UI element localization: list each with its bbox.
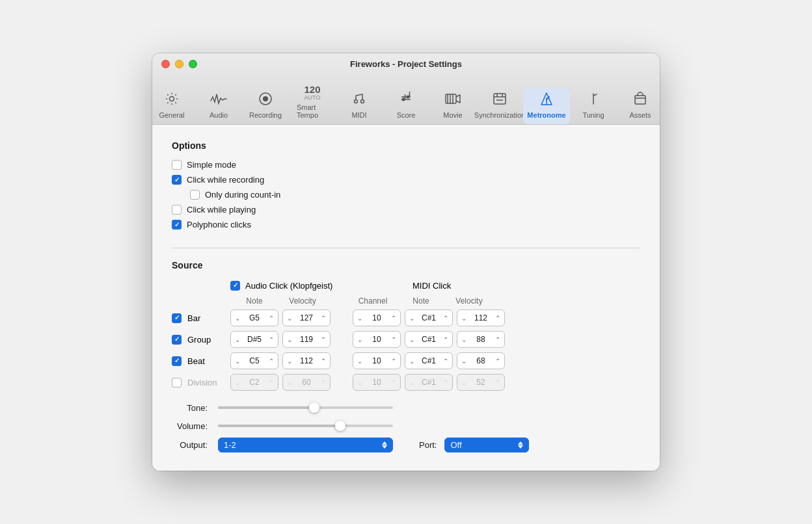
- output-arrow-up: [382, 441, 387, 445]
- tab-tuning[interactable]: Tuning: [570, 88, 617, 124]
- beat-midi-channel-down[interactable]: ⌄: [353, 353, 366, 369]
- tab-assets[interactable]: Assets: [617, 88, 660, 124]
- bar-checkbox[interactable]: [172, 313, 182, 323]
- group-midi-channel-down[interactable]: ⌄: [353, 332, 366, 347]
- bar-midi-velocity-down[interactable]: ⌄: [457, 310, 470, 326]
- smart-tempo-icon: 120 AUTO: [304, 85, 320, 101]
- division-checkbox[interactable]: [172, 378, 182, 387]
- beat-midi-velocity-stepper[interactable]: ⌄ 68 ⌃: [457, 352, 505, 369]
- group-audio-velocity-stepper[interactable]: ⌄ 119 ⌃: [282, 331, 331, 348]
- group-midi-velocity-up[interactable]: ⌃: [491, 332, 504, 347]
- tab-metronome-label: Metronome: [527, 111, 565, 119]
- group-midi-note-val: C#1: [418, 335, 439, 344]
- division-midi-channel-down: ⌄: [353, 374, 366, 390]
- port-select[interactable]: Off: [444, 438, 529, 452]
- tab-synchronization[interactable]: Synchronization: [476, 88, 523, 124]
- division-row: Division ⌄ C2 ⌃ ⌄ 60 ⌃ ⌄ 10 ⌃: [172, 374, 640, 391]
- beat-midi-velocity-val: 68: [470, 356, 491, 365]
- tab-score[interactable]: Score: [383, 88, 429, 124]
- division-midi-velocity-val: 52: [470, 378, 491, 387]
- bar-midi-note-down[interactable]: ⌄: [405, 310, 418, 326]
- click-recording-checkbox[interactable]: [172, 175, 182, 185]
- bar-audio-note-stepper[interactable]: ⌄ G5 ⌃: [230, 309, 278, 326]
- bar-audio-velocity-down[interactable]: ⌄: [283, 310, 296, 326]
- group-audio-velocity-up[interactable]: ⌃: [317, 332, 330, 347]
- bar-midi-channel-down[interactable]: ⌄: [353, 310, 366, 326]
- beat-audio-note-up[interactable]: ⌃: [265, 353, 278, 369]
- division-audio-velocity-up: ⌃: [317, 374, 330, 390]
- tuning-icon: [586, 92, 601, 109]
- bar-midi-note-up[interactable]: ⌃: [439, 310, 452, 326]
- simple-mode-checkbox[interactable]: [172, 160, 182, 170]
- polyphonic-checkbox[interactable]: [172, 220, 182, 229]
- group-midi-channel-stepper[interactable]: ⌄ 10 ⌃: [353, 331, 401, 348]
- tab-smart-tempo-label: Smart Tempo: [297, 103, 328, 119]
- tab-movie[interactable]: Movie: [429, 88, 476, 124]
- beat-audio-note-down[interactable]: ⌄: [231, 353, 244, 369]
- content-area: Options Simple mode Click while recordin…: [152, 125, 660, 471]
- beat-midi-note-stepper[interactable]: ⌄ C#1 ⌃: [405, 352, 453, 369]
- bar-midi-velocity-val: 112: [470, 313, 491, 322]
- beat-audio-note-val: C5: [244, 356, 265, 365]
- beat-midi-channel-up[interactable]: ⌃: [387, 353, 400, 369]
- tab-smart-tempo[interactable]: 120 AUTO Smart Tempo: [289, 81, 336, 125]
- group-midi-velocity-stepper[interactable]: ⌄ 88 ⌃: [457, 331, 505, 348]
- options-section: Options Simple mode Click while recordin…: [172, 140, 640, 229]
- beat-checkbox[interactable]: [172, 356, 182, 366]
- group-midi-note-up[interactable]: ⌃: [439, 332, 452, 347]
- group-audio-velocity-down[interactable]: ⌄: [283, 332, 296, 347]
- tab-audio[interactable]: Audio: [195, 88, 242, 124]
- bar-audio-velocity-stepper[interactable]: ⌄ 127 ⌃: [282, 309, 331, 326]
- division-audio-note-stepper: ⌄ C2 ⌃: [230, 374, 278, 391]
- group-checkbox[interactable]: [172, 335, 182, 345]
- bar-audio-note-down[interactable]: ⌄: [231, 310, 244, 326]
- bar-audio-note-up[interactable]: ⌃: [265, 310, 278, 326]
- close-button[interactable]: [161, 60, 170, 68]
- group-row: Group ⌄ D#5 ⌃ ⌄ 119 ⌃ ⌄ 10 ⌃: [172, 331, 640, 348]
- beat-midi-channel-stepper[interactable]: ⌄ 10 ⌃: [353, 352, 401, 369]
- maximize-button[interactable]: [189, 60, 197, 68]
- beat-audio-velocity-down[interactable]: ⌄: [283, 353, 296, 369]
- group-midi-velocity-down[interactable]: ⌄: [457, 332, 470, 347]
- beat-audio-velocity-up[interactable]: ⌃: [317, 353, 330, 369]
- tab-metronome[interactable]: Metronome: [523, 88, 570, 124]
- volume-slider-thumb[interactable]: [335, 421, 345, 431]
- tone-slider-thumb[interactable]: [309, 402, 319, 413]
- output-select[interactable]: 1-2: [218, 438, 393, 452]
- col-velocity-midi: Velocity: [445, 296, 493, 306]
- audio-click-checkbox[interactable]: [230, 281, 240, 291]
- group-midi-note-stepper[interactable]: ⌄ C#1 ⌃: [405, 331, 453, 348]
- beat-midi-velocity-down[interactable]: ⌄: [457, 353, 470, 369]
- tab-midi[interactable]: MIDI: [336, 88, 383, 124]
- bar-midi-velocity-up[interactable]: ⌃: [491, 310, 504, 326]
- bar-audio-velocity-val: 127: [296, 313, 317, 322]
- left-bottom: Tone: Volume:: [172, 401, 393, 452]
- svg-rect-25: [635, 96, 645, 104]
- click-playing-checkbox[interactable]: [172, 205, 182, 215]
- bar-midi-channel-up[interactable]: ⌃: [387, 310, 400, 326]
- beat-audio-velocity-stepper[interactable]: ⌄ 112 ⌃: [282, 352, 331, 369]
- group-midi-channel-up[interactable]: ⌃: [387, 332, 400, 347]
- group-audio-note-down[interactable]: ⌄: [231, 332, 244, 347]
- group-audio-note-stepper[interactable]: ⌄ D#5 ⌃: [230, 331, 278, 348]
- group-audio-note-up[interactable]: ⌃: [265, 332, 278, 347]
- bar-midi-note-stepper[interactable]: ⌄ C#1 ⌃: [405, 309, 453, 326]
- bar-midi-velocity-stepper[interactable]: ⌄ 112 ⌃: [457, 309, 505, 326]
- beat-midi-note-down[interactable]: ⌄: [405, 353, 418, 369]
- beat-audio-note-stepper[interactable]: ⌄ C5 ⌃: [230, 352, 278, 369]
- group-midi-note-down[interactable]: ⌄: [405, 332, 418, 347]
- only-count-in-checkbox[interactable]: [190, 190, 200, 200]
- tab-midi-label: MIDI: [351, 111, 366, 119]
- tab-general[interactable]: General: [152, 88, 195, 124]
- beat-midi-velocity-up[interactable]: ⌃: [491, 353, 504, 369]
- section-divider: [172, 248, 640, 248]
- tab-recording[interactable]: Recording: [242, 88, 289, 124]
- bar-midi-channel-stepper[interactable]: ⌄ 10 ⌃: [353, 309, 401, 326]
- division-midi-note-up: ⌃: [439, 374, 452, 390]
- bar-audio-velocity-up[interactable]: ⌃: [317, 310, 330, 326]
- svg-point-2: [263, 96, 268, 101]
- division-midi-channel-up: ⌃: [387, 374, 400, 390]
- minimize-button[interactable]: [175, 60, 183, 68]
- beat-midi-note-up[interactable]: ⌃: [439, 353, 452, 369]
- toolbar: General Audio Recording: [161, 75, 651, 125]
